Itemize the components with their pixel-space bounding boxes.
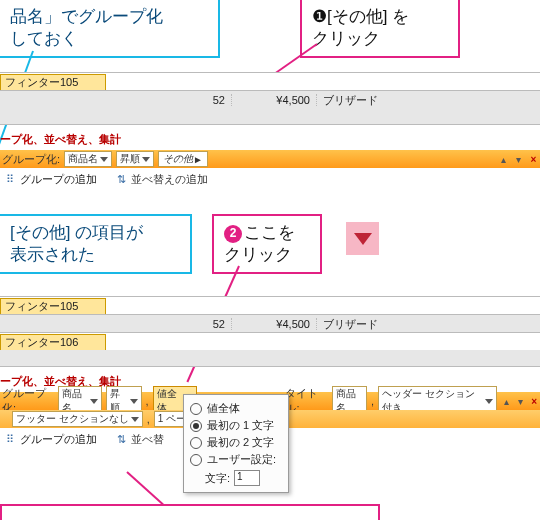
chevron-down-icon	[142, 157, 150, 162]
radio-icon	[190, 403, 202, 415]
table-row: フィンター106	[0, 332, 540, 352]
popup-user-chars-row: 文字: 1	[190, 470, 282, 486]
group-field-dropdown[interactable]: 商品名	[64, 151, 112, 167]
move-down-icon[interactable]: ▾	[512, 153, 525, 166]
footer-section-dropdown[interactable]: フッター セクションなし	[12, 411, 143, 427]
chevron-down-icon	[131, 417, 139, 422]
radio-icon	[190, 437, 202, 449]
more-options-toggle[interactable]: その他 ►	[158, 151, 208, 167]
chevron-down-icon	[130, 399, 138, 404]
callout-mid-blue: [その他] の項目が 表示された	[0, 214, 192, 274]
group-label: グループ化:	[0, 152, 62, 167]
cell-price: ¥4,500	[232, 94, 317, 106]
chevron-down-icon	[354, 233, 372, 245]
group-add-icon: ⠿	[3, 172, 17, 186]
popup-option-first2[interactable]: 最初の 2 文字	[190, 435, 282, 450]
add-sort-button[interactable]: 並べ替	[131, 432, 164, 447]
table-row: フィンター105	[0, 296, 540, 316]
popup-option-whole[interactable]: 値全体	[190, 401, 282, 416]
add-group-button[interactable]: グループの追加	[20, 432, 97, 447]
callout-bottom-pink-edge	[0, 504, 380, 520]
callout-mid-blue-l2: 表示された	[10, 245, 95, 264]
chevron-down-icon	[100, 157, 108, 162]
callout-mid-pink-l2: クリック	[224, 245, 292, 264]
callout-top-pink-l2: クリック	[312, 29, 380, 48]
radio-icon	[190, 420, 202, 432]
popup-option-first1[interactable]: 最初の 1 文字	[190, 418, 282, 433]
table-row: 52 ¥4,500 ブリザード	[0, 314, 540, 334]
chars-stepper[interactable]: 1	[234, 470, 260, 486]
chars-label: 文字:	[205, 471, 230, 486]
cell-supplier: ブリザード	[317, 317, 540, 332]
table-row: 52 ¥4,500 ブリザード	[0, 90, 540, 110]
callout-top-pink-l1: ❶[その他] を	[312, 7, 409, 26]
cell-price: ¥4,500	[232, 318, 317, 330]
grouping-bar-1[interactable]: グループ化: 商品名 昇順 その他 ► ▴ ▾ ×	[0, 150, 540, 168]
add-group-button[interactable]: グループの追加	[20, 172, 97, 187]
move-up-icon[interactable]: ▴	[497, 153, 510, 166]
close-icon[interactable]: ×	[528, 395, 540, 408]
grouping-granularity-popup[interactable]: 値全体 最初の 1 文字 最初の 2 文字 ユーザー設定: 文字: 1	[183, 394, 289, 493]
section-header-sort: ープ化、並べ替え、集計	[0, 132, 121, 147]
sort-field-dropdown[interactable]: 昇順	[116, 151, 154, 167]
callout-top-blue: 品名」でグループ化 しておく	[0, 0, 220, 58]
callout-top-pink: ❶[その他] を クリック	[300, 0, 460, 58]
add-sort-button[interactable]: 並べ替えの追加	[131, 172, 208, 187]
sort-add-icon: ⇅	[114, 172, 128, 186]
cell-supplier: ブリザード	[317, 93, 540, 108]
chevron-down-icon	[485, 399, 493, 404]
sort-add-icon: ⇅	[114, 432, 128, 446]
group-add-icon: ⠿	[3, 432, 17, 446]
table-row: フィンター105	[0, 72, 540, 92]
popup-option-user[interactable]: ユーザー設定:	[190, 452, 282, 467]
step-number-badge: 2	[224, 225, 242, 243]
move-up-icon[interactable]: ▴	[501, 395, 513, 408]
cell-qty: 52	[105, 94, 232, 106]
cell-product[interactable]: フィンター105	[0, 298, 106, 315]
callout-top-blue-text: 品名」でグループ化 しておく	[10, 7, 163, 48]
close-icon[interactable]: ×	[527, 153, 540, 166]
dropdown-indicator	[346, 222, 379, 255]
callout-mid-pink-l1: ここを	[244, 223, 295, 242]
callout-mid-pink: 2ここを クリック	[212, 214, 322, 274]
chevron-down-icon	[90, 399, 98, 404]
callout-mid-blue-l1: [その他] の項目が	[10, 223, 143, 242]
grouping-add-row: ⠿ グループの追加 ⇅ 並べ替えの追加	[0, 170, 540, 188]
cell-product[interactable]: フィンター105	[0, 74, 106, 91]
radio-icon	[190, 454, 202, 466]
cell-product[interactable]: フィンター106	[0, 334, 106, 351]
cell-qty: 52	[105, 318, 232, 330]
move-down-icon[interactable]: ▾	[515, 395, 527, 408]
